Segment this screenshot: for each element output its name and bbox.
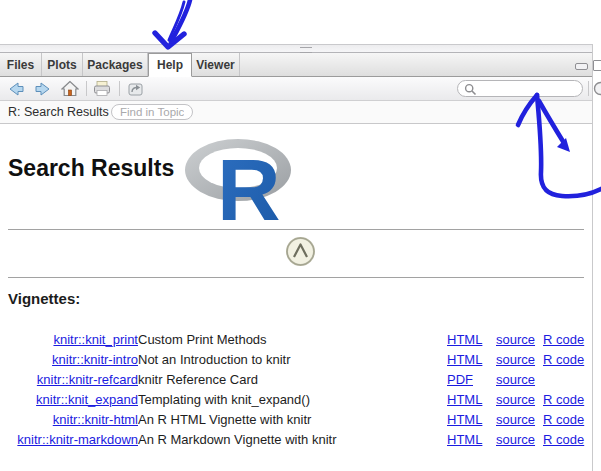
tab-label: Viewer <box>196 58 234 72</box>
vignette-rcode-link[interactable]: R code <box>543 352 584 367</box>
search-input[interactable] <box>482 82 580 97</box>
page-title: Search Results <box>8 155 174 182</box>
vignette-source-link[interactable]: source <box>496 332 535 347</box>
tab-help[interactable]: Help <box>148 53 192 77</box>
annotation-arrow-to-help-tab <box>155 0 190 47</box>
help-findbar: R: Search Results <box>0 101 593 124</box>
vignette-format-link[interactable]: HTML <box>447 352 482 367</box>
pane-header-strip <box>0 44 593 53</box>
topic-selector[interactable]: R: Search Results <box>8 101 124 123</box>
tab-label: Plots <box>47 58 76 72</box>
vignette-source-link[interactable]: source <box>496 432 535 447</box>
tab-plots[interactable]: Plots <box>42 53 83 76</box>
forward-icon[interactable] <box>34 80 52 98</box>
vignette-format-link[interactable]: HTML <box>447 412 482 427</box>
vignette-link[interactable]: knitr::knit_print <box>53 332 138 347</box>
tab-files[interactable]: Files <box>0 53 42 76</box>
minimize-pane-icon[interactable] <box>575 63 588 70</box>
toolbar-separator <box>86 81 87 96</box>
divider <box>8 229 584 230</box>
r-logo: R <box>184 132 302 226</box>
vignette-link[interactable]: knitr::knitr-markdown <box>17 432 138 447</box>
vignette-source-link[interactable]: source <box>496 372 535 387</box>
loading-clock-icon <box>285 236 316 267</box>
vignette-source-link[interactable]: source <box>496 412 535 427</box>
help-toolbar <box>0 77 593 101</box>
print-icon[interactable] <box>93 80 111 98</box>
vignette-format-link[interactable]: HTML <box>447 392 482 407</box>
vignette-row: knitr::knit_expandTemplating with knit_e… <box>0 389 592 409</box>
pane-right-border <box>592 44 593 471</box>
open-in-new-window-icon[interactable] <box>126 80 144 98</box>
vignette-link[interactable]: knitr::knit_expand <box>36 392 138 407</box>
vignette-format-link[interactable]: PDF <box>447 372 473 387</box>
back-icon[interactable] <box>7 80 25 98</box>
vignette-source-link[interactable]: source <box>496 352 535 367</box>
vignette-description: knitr Reference Card <box>138 369 447 389</box>
vignette-row: knitr::knitr-markdownAn R Markdown Vigne… <box>0 429 592 449</box>
vignette-link[interactable]: knitr::knitr-refcard <box>37 372 138 387</box>
vignette-rcode-link[interactable]: R code <box>543 392 584 407</box>
r-logo-letter: R <box>217 140 281 226</box>
vignette-description: Not an Introduction to knitr <box>138 349 447 369</box>
pane-tabbar: Files Plots Packages Help Viewer <box>0 53 593 77</box>
toolbar-separator <box>588 81 589 96</box>
tab-label: Files <box>7 58 34 72</box>
vignette-description: Templating with knit_expand() <box>138 389 447 409</box>
refresh-icon[interactable] <box>592 80 601 97</box>
vignette-link[interactable]: knitr::knitr-html <box>53 412 138 427</box>
vignette-row: knitr::knitr-htmlAn R HTML Vignette with… <box>0 409 592 429</box>
help-search-box[interactable] <box>457 80 583 97</box>
vignette-row: knitr::knitr-refcardknitr Reference Card… <box>0 369 592 389</box>
help-content: Search Results R Vignettes: knitr::knit_… <box>0 124 592 471</box>
vignette-rcode-link[interactable]: R code <box>543 332 584 347</box>
topic-selector-label: R: Search Results <box>8 105 109 119</box>
vignettes-table: knitr::knit_printCustom Print MethodsHTM… <box>0 329 592 449</box>
vignette-rcode-link[interactable]: R code <box>543 432 584 447</box>
find-in-topic-input[interactable] <box>111 104 193 120</box>
tab-label: Help <box>157 58 183 72</box>
search-icon <box>464 83 477 96</box>
vignette-description: An R Markdown Vignette with knitr <box>138 429 447 449</box>
tab-label: Packages <box>87 58 142 72</box>
vignette-row: knitr::knitr-introNot an Introduction to… <box>0 349 592 369</box>
vignette-rcode-link[interactable]: R code <box>543 412 584 427</box>
home-icon[interactable] <box>61 80 79 98</box>
section-heading: Vignettes: <box>8 290 80 307</box>
maximize-pane-icon[interactable] <box>593 60 601 71</box>
vignette-row: knitr::knit_printCustom Print MethodsHTM… <box>0 329 592 349</box>
vignette-description: Custom Print Methods <box>138 329 447 349</box>
vignette-format-link[interactable]: HTML <box>447 332 482 347</box>
vignettes-table-body: knitr::knit_printCustom Print MethodsHTM… <box>0 329 592 449</box>
tab-viewer[interactable]: Viewer <box>192 53 240 76</box>
toolbar-separator <box>119 81 120 96</box>
vignette-description: An R HTML Vignette with knitr <box>138 409 447 429</box>
vignette-source-link[interactable]: source <box>496 392 535 407</box>
vignette-format-link[interactable]: HTML <box>447 432 482 447</box>
divider <box>8 277 584 278</box>
tab-packages[interactable]: Packages <box>83 53 148 76</box>
vignette-link[interactable]: knitr::knitr-intro <box>52 352 138 367</box>
